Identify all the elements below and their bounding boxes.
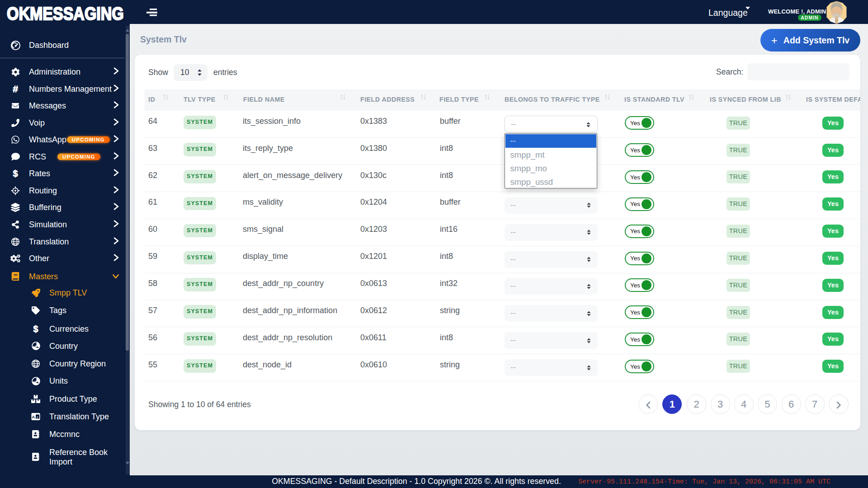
svg-text:ع: ع bbox=[37, 414, 39, 418]
svg-text:A: A bbox=[32, 414, 35, 419]
